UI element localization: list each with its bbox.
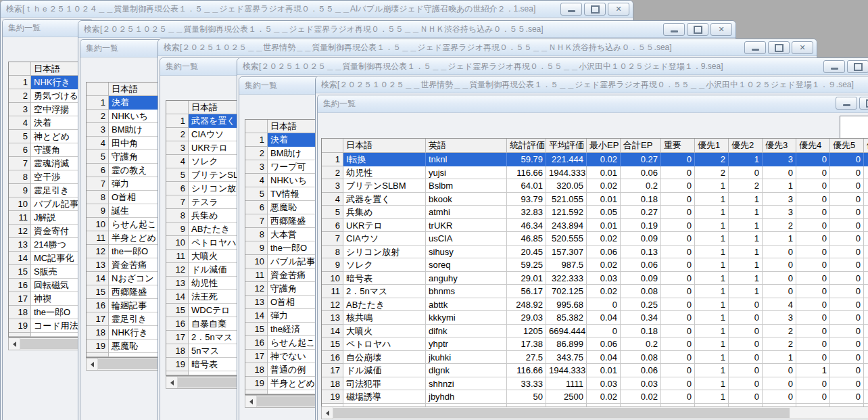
row-number[interactable]: 14	[322, 325, 343, 338]
table-cell[interactable]	[864, 337, 868, 351]
table-cell[interactable]: 0.18	[621, 325, 661, 338]
table-cell[interactable]: ペトロヤハ	[343, 337, 426, 351]
row-number[interactable]: 14	[166, 290, 189, 304]
row-number[interactable]: 11	[166, 250, 189, 263]
table-cell[interactable]: 幼児性	[343, 166, 426, 180]
row-number[interactable]: 8	[166, 209, 189, 223]
table-cell[interactable]	[864, 364, 868, 377]
table-cell[interactable]: 0	[796, 298, 830, 312]
table-cell[interactable]	[864, 246, 868, 259]
table-cell[interactable]: 322.333	[546, 272, 587, 285]
table-cell[interactable]: ドル減価	[343, 364, 426, 377]
table-cell[interactable]: 0	[830, 232, 864, 246]
row-number[interactable]: 14	[9, 252, 31, 265]
table-row[interactable]: 2幼児性yujsi116.661944.3330.010.06020000	[322, 166, 868, 180]
table-cell[interactable]: 3	[763, 193, 796, 206]
table-cell[interactable]: 0	[661, 351, 695, 365]
table-row[interactable]: 9ソレクsoreq59.25987.50.020.06011000	[322, 258, 868, 272]
table-cell[interactable]: 93.79	[507, 193, 546, 206]
table-cell[interactable]: 1	[695, 377, 729, 391]
table-cell[interactable]: 0	[830, 193, 864, 206]
row-number[interactable]: 19	[245, 377, 268, 390]
table-cell[interactable]: 2	[729, 179, 763, 193]
scroll-thumb[interactable]	[98, 359, 163, 369]
table-cell[interactable]: 0.34	[621, 311, 661, 325]
table-cell[interactable]	[864, 193, 868, 206]
table-cell[interactable]: 1	[729, 232, 763, 246]
row-number[interactable]: 17	[9, 292, 31, 306]
table-cell[interactable]: 0	[587, 298, 621, 312]
row-number[interactable]: 17	[322, 364, 343, 377]
table-row[interactable]: 5兵集めatmhi32.83121.5920.050.27011300	[322, 206, 868, 219]
row-number[interactable]: 2	[245, 147, 268, 160]
row-number-header[interactable]	[87, 83, 109, 96]
table-cell[interactable]: 0.09	[621, 272, 661, 285]
table-row[interactable]: 15ペトロヤハyhptr17.3886.8990.060.2010200	[322, 337, 868, 351]
table-row[interactable]: 4武器を置くbkook93.79521.0550.010.18011300	[322, 193, 868, 206]
row-number[interactable]: 15	[322, 337, 343, 351]
table-cell[interactable]: 3	[763, 206, 796, 219]
row-number[interactable]: 7	[9, 157, 31, 170]
row-number[interactable]: 9	[166, 223, 189, 236]
row-number[interactable]: 10	[166, 236, 189, 250]
row-number[interactable]: 15	[9, 265, 31, 279]
row-number[interactable]: 5	[166, 168, 189, 182]
table-cell[interactable]: 702.125	[546, 285, 587, 298]
table-cell[interactable]: 1	[763, 179, 796, 193]
row-number[interactable]: 18	[9, 306, 31, 319]
table-cell[interactable]: 85.382	[546, 311, 587, 325]
table-cell[interactable]: 1205	[507, 325, 546, 338]
table-cell[interactable]: soreq	[426, 258, 507, 272]
table-cell[interactable]: 0	[796, 377, 830, 391]
table-cell[interactable]: 0.06	[587, 337, 621, 351]
restore-button[interactable]	[859, 97, 868, 110]
table-cell[interactable]: 0	[661, 272, 695, 285]
row-number[interactable]: 8	[87, 191, 109, 204]
column-header[interactable]: 優先3	[763, 139, 796, 153]
table-cell[interactable]: 86.899	[546, 337, 587, 351]
column-header[interactable]: 重要	[661, 139, 695, 153]
table-cell[interactable]: 0	[796, 311, 830, 325]
table-cell[interactable]: 1	[695, 219, 729, 233]
table-cell[interactable]: 0	[796, 325, 830, 338]
row-number[interactable]: 13	[322, 311, 343, 325]
row-number[interactable]: 9	[9, 184, 31, 197]
row-number[interactable]: 18	[87, 326, 109, 340]
column-header[interactable]: 優先5	[830, 139, 864, 153]
row-number-header[interactable]	[9, 62, 31, 76]
table-cell[interactable]	[864, 166, 868, 180]
table-cell[interactable]: 0	[830, 390, 864, 404]
scroll-left-button[interactable]	[87, 358, 98, 370]
table-cell[interactable]: 自公崩壊	[343, 351, 426, 365]
restore-button[interactable]	[768, 41, 790, 54]
table-cell[interactable]: 0.19	[621, 219, 661, 233]
table-cell[interactable]: 17.38	[507, 337, 546, 351]
table-cell[interactable]: 1	[729, 246, 763, 259]
table-cell[interactable]	[864, 351, 868, 365]
table-cell[interactable]: 0	[729, 337, 763, 351]
table-cell[interactable]: 0	[796, 258, 830, 272]
table-cell[interactable]: 0.02	[621, 390, 661, 404]
row-number[interactable]: 7	[322, 232, 343, 246]
table-cell[interactable]: 0	[661, 325, 695, 338]
table-cell[interactable]: 0	[763, 272, 796, 285]
table-cell[interactable]: 0	[763, 246, 796, 259]
table-cell[interactable]: 0.06	[587, 246, 621, 259]
row-number[interactable]: 6	[166, 182, 189, 195]
table-cell[interactable]	[864, 272, 868, 285]
table-cell[interactable]: 0	[830, 364, 864, 377]
table-cell[interactable]: ABたたき	[343, 298, 426, 312]
table-cell[interactable]: 0.01	[587, 364, 621, 377]
table-cell[interactable]: 0	[796, 390, 830, 404]
column-header[interactable]: 平均評価	[546, 139, 587, 153]
table-cell[interactable]: 243.894	[546, 219, 587, 233]
table-cell[interactable]: 0	[729, 351, 763, 365]
table-cell[interactable]: 0.03	[587, 272, 621, 285]
table-cell[interactable]: 兵集め	[343, 206, 426, 219]
table-cell[interactable]: 0.06	[621, 258, 661, 272]
scroll-thumb[interactable]	[20, 339, 85, 349]
row-number[interactable]: 16	[9, 279, 31, 292]
row-number[interactable]: 18	[166, 344, 189, 358]
table-cell[interactable]: atmhi	[426, 206, 507, 219]
row-number[interactable]: 16	[322, 351, 343, 365]
